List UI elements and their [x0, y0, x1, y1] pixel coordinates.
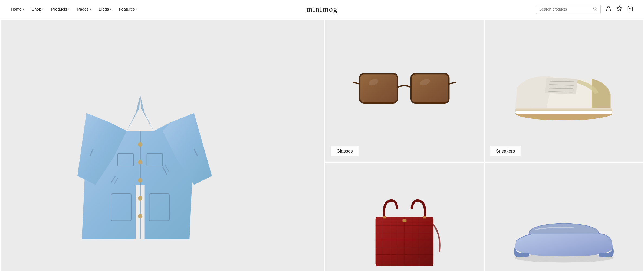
- product-label-sneakers: Sneakers: [490, 146, 521, 156]
- svg-rect-47: [402, 219, 406, 222]
- chevron-down-icon: ▾: [68, 8, 70, 11]
- product-card-coats-jackets[interactable]: Coats & Jackets: [1, 20, 324, 271]
- svg-point-8: [138, 178, 143, 183]
- product-label-glasses: Glasses: [331, 146, 359, 156]
- glasses-illustration: [325, 20, 484, 162]
- product-card-handbags[interactable]: Handbags: [325, 163, 484, 271]
- nav-shop[interactable]: Shop ▾: [32, 7, 44, 11]
- svg-point-2: [607, 6, 609, 8]
- nav-home[interactable]: Home ▾: [11, 7, 24, 11]
- search-input[interactable]: [539, 7, 591, 11]
- navigation: Home ▾ Shop ▾ Products ▾ Pages ▾ Blogs ▾…: [0, 0, 644, 18]
- svg-rect-22: [411, 73, 449, 103]
- chevron-down-icon: ▾: [110, 8, 111, 11]
- handbag-illustration: [325, 163, 484, 271]
- svg-point-7: [138, 160, 143, 165]
- cart-icon[interactable]: [627, 5, 633, 13]
- sandal-illustration: [485, 163, 643, 271]
- svg-point-6: [138, 142, 143, 147]
- chevron-down-icon: ▾: [90, 8, 91, 11]
- account-icon[interactable]: [606, 5, 612, 13]
- wishlist-icon[interactable]: [616, 5, 622, 13]
- svg-point-0: [593, 7, 596, 10]
- site-logo[interactable]: minimog: [306, 5, 337, 14]
- svg-rect-48: [383, 216, 386, 219]
- sneaker-illustration: [485, 20, 643, 162]
- nav-products[interactable]: Products ▾: [51, 7, 70, 11]
- jacket-illustration: [1, 20, 324, 271]
- svg-rect-49: [423, 216, 426, 219]
- product-card-sandals[interactable]: Sandals: [485, 163, 643, 271]
- product-card-sneakers[interactable]: Sneakers: [485, 20, 643, 162]
- chevron-down-icon: ▾: [136, 8, 137, 11]
- nav-features[interactable]: Features ▾: [119, 7, 137, 11]
- chevron-down-icon: ▾: [42, 8, 44, 11]
- chevron-down-icon: ▾: [23, 8, 24, 11]
- product-card-glasses[interactable]: Glasses: [325, 20, 484, 162]
- nav-blogs[interactable]: Blogs ▾: [99, 7, 111, 11]
- svg-rect-21: [360, 73, 397, 103]
- svg-point-10: [138, 214, 143, 219]
- product-grid: Coats & Jackets: [0, 18, 644, 271]
- svg-line-1: [596, 9, 597, 10]
- search-icon: [593, 7, 597, 12]
- svg-rect-31: [515, 111, 612, 114]
- svg-marker-3: [617, 6, 622, 10]
- nav-pages[interactable]: Pages ▾: [77, 7, 91, 11]
- nav-right: [536, 5, 633, 14]
- svg-point-9: [138, 196, 143, 201]
- nav-left: Home ▾ Shop ▾ Products ▾ Pages ▾ Blogs ▾…: [11, 7, 137, 11]
- search-box[interactable]: [536, 5, 601, 14]
